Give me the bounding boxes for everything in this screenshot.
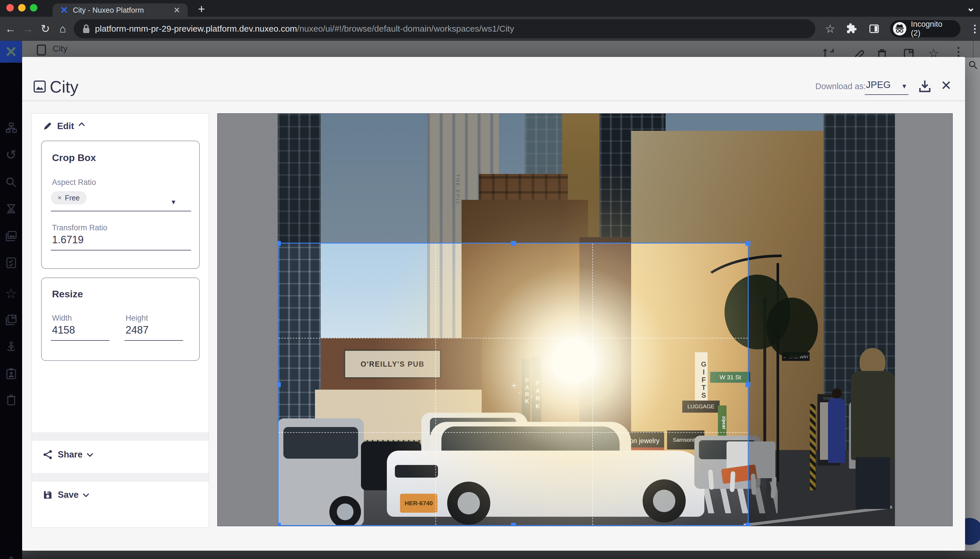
crop-handle-w[interactable] <box>278 382 281 387</box>
format-select[interactable]: JPEG ▾ <box>866 79 906 90</box>
home-button[interactable]: ⌂ <box>54 23 71 35</box>
edit-section-toggle[interactable]: Edit <box>43 121 84 131</box>
edit-section-label: Edit <box>57 121 74 131</box>
sidebar-item-workflow[interactable] <box>0 552 22 559</box>
crop-handle-e[interactable] <box>746 382 751 387</box>
incognito-label: Incognito (2) <box>911 20 953 38</box>
collections-add-icon[interactable] <box>902 48 915 58</box>
header-separator <box>973 41 974 58</box>
sidebar-item-profile[interactable] <box>0 336 22 357</box>
crop-box[interactable]: + <box>278 243 749 526</box>
incognito-badge[interactable]: Incognito (2) <box>890 20 960 37</box>
sidebar-item-browse[interactable] <box>0 117 22 138</box>
trash-icon <box>5 394 17 406</box>
extensions-puzzle-icon[interactable] <box>846 23 858 35</box>
width-label: Width <box>52 314 72 322</box>
history-icon: ↺ <box>5 147 16 162</box>
transform-ratio-input[interactable]: 1.6719 <box>52 234 84 246</box>
page-title-dimmed: City <box>53 44 68 53</box>
checklist-icon <box>5 256 17 269</box>
bookmark-star-icon[interactable]: ☆ <box>825 22 835 35</box>
address-bar[interactable]: platform-nmm-pr-29-preview.platform.dev.… <box>74 19 815 38</box>
new-tab-button[interactable]: + <box>194 2 209 15</box>
window-zoom-button[interactable] <box>30 4 37 12</box>
crop-handle-nw[interactable] <box>278 241 281 246</box>
aspect-caret-icon[interactable]: ▾ <box>172 198 175 207</box>
crop-guide <box>436 243 436 525</box>
browser-menu-icon[interactable]: ⋮ <box>970 23 980 35</box>
window-close-button[interactable] <box>6 4 14 12</box>
download-icon[interactable] <box>918 79 931 93</box>
chip-remove-icon[interactable]: × <box>58 194 61 202</box>
tab-search-chevron-icon[interactable]: ⌄ <box>965 2 977 14</box>
right-drawer-dimmed <box>965 58 980 551</box>
crop-handle-se[interactable] <box>746 523 751 526</box>
tab-bar: ✕ City - Nuxeo Platform ✕ + ⌄ <box>0 0 980 17</box>
browser-toolbar: ← → ↻ ⌂ platform-nmm-pr-29-preview.platf… <box>0 17 980 41</box>
download-as-label: Download as: <box>815 82 866 91</box>
nuxeo-logo[interactable]: ✕ <box>0 41 22 63</box>
sidebar-item-trash[interactable] <box>0 389 22 410</box>
save-section-toggle[interactable]: Save <box>43 490 88 500</box>
screen: ✕ City - Nuxeo Platform ✕ + ⌄ ← → ↻ ⌂ pl… <box>0 0 980 559</box>
hourglass-icon <box>5 203 17 216</box>
pencil-icon <box>43 122 52 131</box>
share-icon <box>43 450 53 460</box>
reload-button[interactable]: ↻ <box>36 22 54 35</box>
edit-pen-icon[interactable] <box>851 48 864 58</box>
url-path: /nuxeo/ui/#!/browse/default-domain/works… <box>297 24 514 34</box>
crop-center-crosshair[interactable]: + <box>510 381 519 390</box>
sidebar-item-forms[interactable] <box>0 253 22 273</box>
sidebar-item-tasks[interactable] <box>0 199 22 220</box>
transform-ratio-underline <box>51 250 191 250</box>
height-underline <box>124 340 183 341</box>
crop-handle-n[interactable] <box>511 241 516 246</box>
chevron-up-icon <box>78 122 85 129</box>
delete-icon[interactable] <box>876 48 888 58</box>
dialog-title: City <box>50 77 78 96</box>
crop-handle-ne[interactable] <box>746 241 751 246</box>
transform-ratio-label: Transform Ratio <box>52 223 107 232</box>
star-icon: ☆ <box>5 285 17 301</box>
crop-guide <box>592 243 593 525</box>
hierarchy-icon <box>5 121 18 134</box>
search-icon <box>5 176 18 189</box>
crop-dim-right <box>749 243 895 526</box>
workflow-icon <box>5 556 18 559</box>
url-domain: platform-nmm-pr-29-preview.platform.dev.… <box>95 24 297 34</box>
aspect-ratio-chip[interactable]: × Free <box>51 191 86 205</box>
image-icon <box>33 80 46 93</box>
share-section-toggle[interactable]: Share <box>43 450 92 460</box>
sidebar-item-favorites[interactable]: ☆ <box>0 283 22 304</box>
window-minimize-button[interactable] <box>18 4 26 12</box>
back-button[interactable]: ← <box>2 23 19 35</box>
crop-handle-s[interactable] <box>511 523 516 526</box>
resize-card: Resize Width 4158 Height 2487 <box>41 278 200 361</box>
aspect-ratio-underline[interactable] <box>51 211 191 211</box>
height-label: Height <box>125 314 148 322</box>
app-sidebar: ✕ ↺ <box>0 41 22 559</box>
resize-tool-icon[interactable] <box>823 48 835 58</box>
tab-close-icon[interactable]: ✕ <box>173 5 180 15</box>
sidebar-item-collections[interactable] <box>0 310 22 331</box>
sidebar-item-assets[interactable] <box>0 226 22 246</box>
crop-guide <box>279 338 748 339</box>
sidebar-item-search[interactable] <box>0 172 22 193</box>
lock-icon <box>82 24 90 34</box>
sidebar-item-personal-space[interactable] <box>0 363 22 384</box>
height-input[interactable]: 2487 <box>125 324 148 336</box>
side-panel-icon[interactable] <box>868 23 880 35</box>
chip-label: Free <box>65 194 79 202</box>
crop-handle-sw[interactable] <box>278 523 281 526</box>
resize-title: Resize <box>52 288 83 299</box>
sidebar-item-history[interactable]: ↺ <box>0 144 22 165</box>
forward-button[interactable]: → <box>19 23 37 35</box>
width-input[interactable]: 4158 <box>52 324 75 336</box>
close-dialog-icon[interactable]: ✕ <box>940 78 952 93</box>
crop-dim-top <box>278 114 895 243</box>
favorite-icon[interactable]: ☆ <box>928 46 939 58</box>
browser-tab[interactable]: ✕ City - Nuxeo Platform ✕ <box>53 3 188 17</box>
more-actions-icon[interactable]: ⋮ <box>953 45 964 58</box>
aspect-ratio-label: Aspect Ratio <box>52 178 96 187</box>
drawer-search-icon[interactable] <box>968 60 978 70</box>
